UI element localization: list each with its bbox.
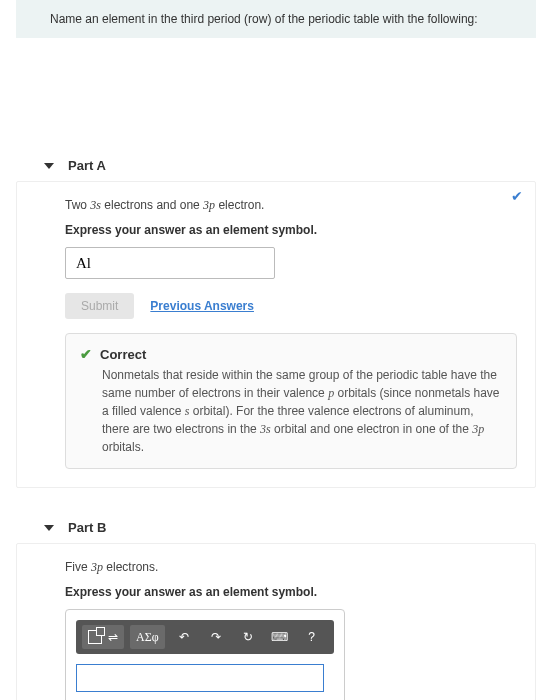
keyboard-icon[interactable]: ⌨ [267,625,293,649]
part-a-submit-button: Submit [65,293,134,319]
greek-button[interactable]: ΑΣφ [130,625,165,649]
reset-icon[interactable]: ↻ [235,625,261,649]
check-icon: ✔ [511,188,523,204]
chevron-down-icon [44,525,54,531]
part-b-answer-input[interactable] [76,664,324,692]
part-a-feedback: ✔ Correct Nonmetals that reside within t… [65,333,517,469]
part-a-answer-input[interactable] [65,247,275,279]
part-b-title: Part B [68,520,106,535]
part-a: Part A ✔ Two 3s electrons and one 3p ele… [16,146,536,488]
part-b: Part B Five 3p electrons. Express your a… [16,508,536,700]
part-a-prompt: Two 3s electrons and one 3p electron. [65,198,517,213]
part-a-title: Part A [68,158,106,173]
check-icon: ✔ [80,346,92,362]
equation-editor: ⇌ ΑΣφ ↶ ↷ ↻ ⌨ ? A chemical reaction does… [65,609,345,700]
question-prompt: Name an element in the third period (row… [16,0,536,38]
help-icon[interactable]: ? [299,625,325,649]
feedback-text: Nonmetals that reside within the same gr… [102,366,502,456]
part-a-instruction: Express your answer as an element symbol… [65,223,517,237]
chevron-down-icon [44,163,54,169]
part-b-instruction: Express your answer as an element symbol… [65,585,517,599]
editor-toolbar: ⇌ ΑΣφ ↶ ↷ ↻ ⌨ ? [76,620,334,654]
undo-icon[interactable]: ↶ [171,625,197,649]
feedback-title: Correct [100,347,146,362]
template-button[interactable]: ⇌ [82,625,124,649]
part-a-header[interactable]: Part A [16,146,536,181]
redo-icon[interactable]: ↷ [203,625,229,649]
part-b-header[interactable]: Part B [16,508,536,543]
part-b-prompt: Five 3p electrons. [65,560,517,575]
part-a-previous-answers-link[interactable]: Previous Answers [150,299,254,313]
